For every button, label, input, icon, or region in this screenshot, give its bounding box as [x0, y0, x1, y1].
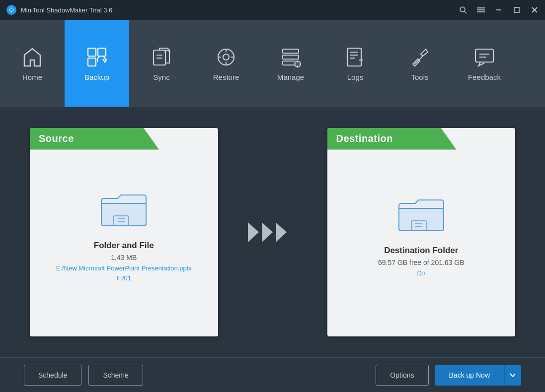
source-path: E:/New Microsoft PowerPoint Presentation…: [56, 263, 192, 283]
nav-label-backup: Backup: [84, 73, 109, 81]
arrow-icon: [248, 217, 298, 247]
svg-rect-24: [347, 48, 361, 66]
bottom-left-buttons: Schedule Scheme: [24, 365, 143, 386]
nav-label-tools: Tools: [411, 73, 428, 81]
svg-rect-13: [88, 58, 96, 66]
nav-label-feedback: Feedback: [468, 73, 501, 81]
svg-point-2: [460, 7, 465, 12]
svg-line-3: [465, 11, 467, 13]
nav-label-logs: Logs: [347, 73, 364, 81]
bottom-bar: Schedule Scheme Options Back up Now: [0, 357, 545, 392]
app-title: MiniTool ShadowMaker Trial 3.6: [21, 6, 112, 14]
svg-rect-19: [283, 49, 299, 53]
svg-marker-38: [262, 222, 273, 242]
svg-rect-11: [88, 48, 96, 56]
scheme-button[interactable]: Scheme: [88, 365, 143, 386]
bottom-right-buttons: Options Back up Now: [376, 365, 521, 386]
nav-item-tools[interactable]: Tools: [388, 20, 452, 107]
nav-label-home: Home: [22, 73, 42, 81]
svg-rect-20: [283, 55, 299, 59]
schedule-button[interactable]: Schedule: [24, 365, 81, 386]
source-panel-header: Source: [30, 128, 159, 150]
title-bar-left: MiniTool ShadowMaker Trial 3.6: [6, 4, 112, 15]
destination-header-label: Destination: [336, 133, 393, 144]
svg-marker-37: [248, 222, 259, 242]
backup-now-button[interactable]: Back up Now: [435, 365, 504, 386]
destination-folder-icon: [396, 196, 446, 238]
title-bar: MiniTool ShadowMaker Trial 3.6: [0, 0, 545, 20]
close-button[interactable]: [530, 5, 539, 14]
source-header-label: Source: [39, 133, 74, 144]
nav-label-restore: Restore: [213, 73, 239, 81]
svg-marker-39: [276, 222, 287, 242]
nav-label-sync: Sync: [153, 73, 169, 81]
maximize-button[interactable]: [512, 5, 521, 14]
backup-now-dropdown[interactable]: [504, 365, 521, 386]
title-bar-controls: [459, 5, 539, 14]
svg-point-1: [10, 8, 13, 11]
svg-rect-31: [475, 49, 493, 62]
menu-button[interactable]: [476, 5, 485, 14]
nav-item-restore[interactable]: Restore: [194, 20, 258, 107]
nav-item-home[interactable]: Home: [0, 20, 65, 107]
nav-item-sync[interactable]: Sync: [129, 20, 194, 107]
source-size: 1.43 MB: [111, 254, 137, 261]
nav-item-backup[interactable]: Backup: [65, 20, 129, 107]
svg-rect-12: [98, 48, 106, 56]
destination-panel[interactable]: Destination Destination Folder 69.57 GB …: [327, 128, 516, 336]
app-logo: [6, 4, 17, 15]
search-button[interactable]: [459, 5, 467, 14]
nav-item-manage[interactable]: Manage: [258, 20, 323, 107]
source-title: Folder and File: [94, 241, 154, 251]
svg-rect-8: [514, 7, 519, 12]
source-folder-icon: [99, 191, 149, 233]
main-content: Source Folder and File 1.43 MB E:/New Mi…: [0, 107, 545, 357]
nav-item-logs[interactable]: Logs: [323, 20, 388, 107]
nav-item-feedback[interactable]: Feedback: [452, 20, 517, 107]
minimize-button[interactable]: [494, 5, 503, 14]
destination-panel-header: Destination: [327, 128, 457, 150]
destination-free-space: 69.57 GB free of 201.63 GB: [378, 259, 465, 266]
destination-drive: D:\: [417, 268, 425, 278]
nav-bar: Home Backup Sync Restore: [0, 20, 545, 107]
nav-label-manage: Manage: [277, 73, 304, 81]
svg-line-30: [415, 56, 423, 64]
options-button[interactable]: Options: [376, 365, 428, 386]
source-panel[interactable]: Source Folder and File 1.43 MB E:/New Mi…: [30, 128, 218, 336]
source-path-1: E:/New Microsoft PowerPoint Presentation…: [56, 264, 192, 272]
destination-title: Destination Folder: [384, 246, 458, 256]
svg-point-18: [223, 54, 229, 60]
source-path-2: F:/01: [116, 274, 131, 282]
